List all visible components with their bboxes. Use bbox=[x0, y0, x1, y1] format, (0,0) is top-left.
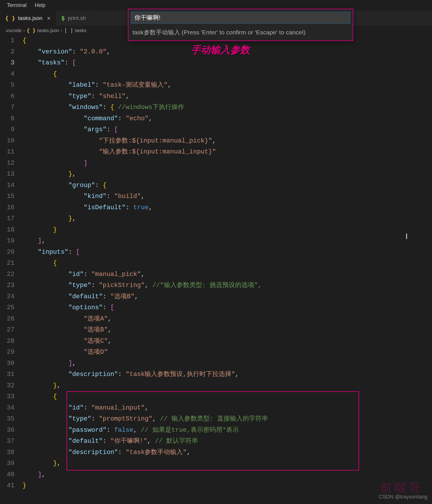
watermark-csdn: CSDN @trayvontang bbox=[379, 494, 427, 500]
breadcrumb-segment[interactable]: .vscode bbox=[5, 28, 22, 34]
tab-tasks-json[interactable]: { } tasks.json × bbox=[0, 10, 56, 26]
code-editor[interactable]: 1234567891011121314151617181920212223242… bbox=[0, 35, 432, 492]
chevron-right-icon: › bbox=[61, 28, 63, 34]
shell-file-icon: $ bbox=[61, 14, 65, 22]
task-input-field[interactable] bbox=[131, 12, 350, 24]
code-content[interactable]: { "version": "2.0.0", "tasks": [ { "labe… bbox=[23, 35, 432, 492]
task-input-hint: task参数手动输入 (Press 'Enter' to confirm or … bbox=[128, 26, 353, 40]
json-file-icon: { } bbox=[5, 15, 15, 21]
json-file-icon: { } bbox=[27, 28, 36, 34]
annotation-label: 手动输入参数 bbox=[191, 43, 250, 57]
breadcrumb-segment[interactable]: tasks.json bbox=[37, 28, 59, 34]
tab-print-sh[interactable]: $ print.sh bbox=[56, 10, 92, 26]
watermark-brand: 前端哥 bbox=[381, 479, 422, 495]
menu-help[interactable]: Help bbox=[31, 1, 49, 10]
close-icon[interactable]: × bbox=[47, 15, 51, 21]
tab-label: print.sh bbox=[68, 15, 86, 21]
breadcrumb-segment[interactable]: tasks bbox=[75, 28, 86, 34]
line-number-gutter: 1234567891011121314151617181920212223242… bbox=[0, 35, 23, 492]
array-icon: [ ] bbox=[64, 28, 73, 34]
chevron-right-icon: › bbox=[23, 28, 25, 34]
tab-label: tasks.json bbox=[18, 15, 42, 21]
menu-terminal[interactable]: Terminal bbox=[3, 1, 31, 10]
task-input-prompt: task参数手动输入 (Press 'Enter' to confirm or … bbox=[128, 9, 353, 41]
